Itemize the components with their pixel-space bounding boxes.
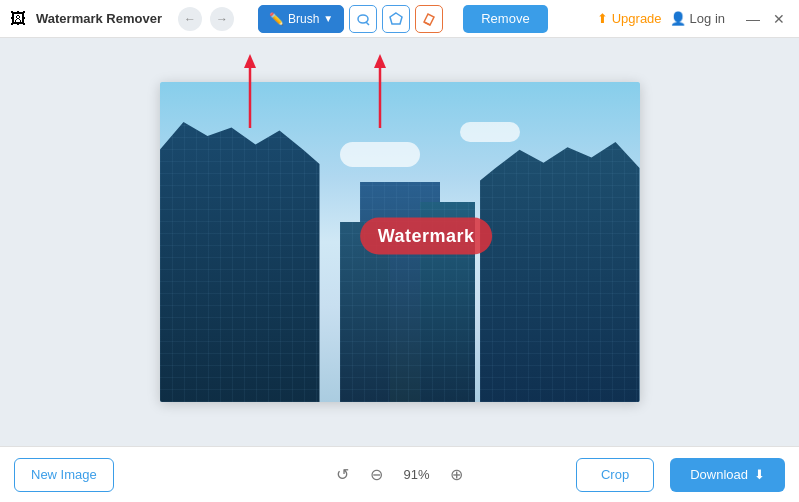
chevron-down-icon: ▼: [323, 13, 333, 24]
app-icon: 🖼: [10, 10, 26, 28]
close-button[interactable]: ✕: [769, 9, 789, 29]
zoom-level-display: 91%: [399, 467, 435, 482]
cloud-1: [340, 142, 420, 167]
remove-button[interactable]: Remove: [463, 5, 547, 33]
nav-forward-button[interactable]: →: [210, 7, 234, 31]
cloud-2: [460, 122, 520, 142]
svg-marker-2: [390, 13, 402, 24]
minimize-button[interactable]: —: [743, 9, 763, 29]
svg-line-1: [366, 22, 369, 25]
brush-label: Brush: [288, 12, 319, 26]
brush-tool-button[interactable]: ✏️ Brush ▼: [258, 5, 344, 33]
svg-line-3: [424, 22, 430, 25]
zoom-in-button[interactable]: ⊕: [445, 463, 469, 487]
upgrade-icon: ⬆: [597, 11, 608, 26]
user-icon: 👤: [670, 11, 686, 26]
upgrade-button[interactable]: ⬆ Upgrade: [597, 11, 662, 26]
login-button[interactable]: 👤 Log in: [670, 11, 725, 26]
bottom-bar: New Image ↺ ⊖ 91% ⊕ Crop Download ⬇: [0, 446, 799, 502]
svg-marker-7: [374, 54, 386, 68]
crop-button[interactable]: Crop: [576, 458, 654, 492]
svg-marker-5: [244, 54, 256, 68]
tool-section: ✏️ Brush ▼: [258, 5, 443, 33]
new-image-button[interactable]: New Image: [14, 458, 114, 492]
main-area: Watermark: [0, 38, 799, 446]
zoom-reset-button[interactable]: ↺: [331, 463, 355, 487]
building-center-left: [340, 222, 390, 402]
right-section: ⬆ Upgrade 👤 Log in — ✕: [597, 9, 789, 29]
image-frame: Watermark: [160, 82, 640, 402]
download-button[interactable]: Download ⬇: [670, 458, 785, 492]
title-bar: 🖼 Watermark Remover ← → ✏️ Brush ▼: [0, 0, 799, 38]
login-label: Log in: [690, 11, 725, 26]
erase-tool-button[interactable]: [415, 5, 443, 33]
building-left: [160, 122, 320, 402]
polygon-tool-button[interactable]: [382, 5, 410, 33]
download-label: Download: [690, 467, 748, 482]
app-title: Watermark Remover: [36, 11, 162, 26]
brush-icon: ✏️: [269, 12, 284, 26]
photo-canvas[interactable]: Watermark: [160, 82, 640, 402]
building-right: [480, 142, 640, 402]
zoom-controls: ↺ ⊖ 91% ⊕: [331, 463, 469, 487]
upgrade-label: Upgrade: [612, 11, 662, 26]
window-controls: — ✕: [743, 9, 789, 29]
nav-back-button[interactable]: ←: [178, 7, 202, 31]
lasso-tool-button[interactable]: [349, 5, 377, 33]
building-center-right: [420, 202, 475, 402]
download-icon: ⬇: [754, 467, 765, 482]
zoom-out-button[interactable]: ⊖: [365, 463, 389, 487]
